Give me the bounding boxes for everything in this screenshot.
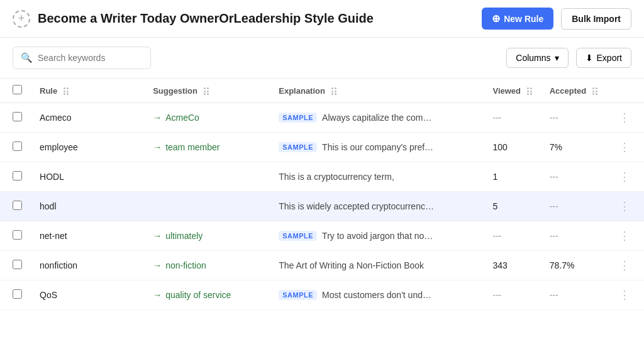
col-drag-accepted[interactable]: [592, 87, 597, 95]
viewed-cell: 1: [484, 162, 540, 192]
suggestion-cell: [144, 192, 270, 221]
row-menu-button[interactable]: ⋮: [615, 140, 635, 155]
accepted-cell: 7%: [541, 133, 606, 162]
row-menu-button[interactable]: ⋮: [615, 199, 635, 214]
chevron-down-icon: ▾: [555, 53, 559, 63]
new-rule-button[interactable]: ⊕ New Rule: [482, 8, 553, 30]
row-checkbox[interactable]: [13, 112, 22, 121]
explanation-cell: This is a cryptocurrency term,: [270, 162, 484, 192]
row-actions-cell[interactable]: ⋮: [606, 280, 644, 310]
table-row: HODLThis is a cryptocurrency term,1---⋮: [0, 162, 644, 192]
col-header-actions: [606, 79, 644, 103]
sample-badge: SAMPLE: [279, 231, 317, 241]
row-checkbox-cell[interactable]: [0, 280, 31, 310]
col-drag-explanation[interactable]: [331, 87, 336, 95]
page-title: Become a Writer Today OwnerOrLeadership …: [38, 11, 474, 26]
suggestion-text: non-fiction: [165, 260, 206, 270]
columns-button[interactable]: Columns ▾: [506, 48, 568, 68]
sample-badge: SAMPLE: [279, 113, 317, 123]
row-actions-cell[interactable]: ⋮: [606, 103, 644, 133]
explanation-text: This is a cryptocurrency term,: [279, 172, 394, 182]
table-row: hodlThis is widely accepted cryptocurren…: [0, 192, 644, 221]
header-icon: +: [13, 10, 30, 28]
suggestion-cell: →non-fiction: [144, 251, 270, 280]
row-checkbox-cell[interactable]: [0, 192, 31, 221]
rule-cell: net-net: [31, 221, 144, 251]
row-checkbox-cell[interactable]: [0, 162, 31, 192]
suggestion-text: ultimately: [165, 231, 203, 241]
suggestion-text: quality of service: [165, 290, 231, 300]
row-menu-button[interactable]: ⋮: [615, 228, 635, 243]
export-icon: ⬇: [586, 53, 593, 63]
suggestion-text: AcmeCo: [165, 113, 199, 123]
row-checkbox-cell[interactable]: [0, 251, 31, 280]
arrow-icon: →: [153, 290, 162, 300]
accepted-cell: 78.7%: [541, 251, 606, 280]
viewed-cell: ---: [484, 103, 540, 133]
accepted-cell: ---: [541, 103, 606, 133]
suggestion-cell: [144, 162, 270, 192]
explanation-cell: The Art of Writing a Non-Fiction Book: [270, 251, 484, 280]
search-input[interactable]: [38, 53, 143, 63]
viewed-cell: 5: [484, 192, 540, 221]
page-header: + Become a Writer Today OwnerOrLeadershi…: [0, 0, 644, 38]
explanation-text: This is our company's pref…: [322, 142, 433, 152]
arrow-icon: →: [153, 231, 162, 241]
row-checkbox-cell[interactable]: [0, 221, 31, 251]
sample-badge: SAMPLE: [279, 142, 317, 152]
row-checkbox-cell[interactable]: [0, 133, 31, 162]
row-actions-cell[interactable]: ⋮: [606, 162, 644, 192]
viewed-cell: ---: [484, 221, 540, 251]
row-actions-cell[interactable]: ⋮: [606, 251, 644, 280]
explanation-text: This is widely accepted cryptocurrenc…: [279, 201, 434, 211]
suggestion-cell: →team member: [144, 133, 270, 162]
rule-cell: Acmeco: [31, 103, 144, 133]
row-menu-button[interactable]: ⋮: [615, 110, 635, 125]
row-menu-button[interactable]: ⋮: [615, 169, 635, 184]
arrow-icon: →: [153, 260, 162, 270]
row-menu-button[interactable]: ⋮: [615, 287, 635, 302]
accepted-cell: ---: [541, 162, 606, 192]
table-row: employee→team memberSAMPLEThis is our co…: [0, 133, 644, 162]
select-all-checkbox[interactable]: [13, 85, 22, 94]
row-actions-cell[interactable]: ⋮: [606, 192, 644, 221]
viewed-cell: 343: [484, 251, 540, 280]
col-drag-suggestion[interactable]: [204, 87, 209, 95]
bulk-import-button[interactable]: Bulk Import: [561, 8, 631, 30]
rule-cell: nonfiction: [31, 251, 144, 280]
table-row: nonfiction→non-fictionThe Art of Writing…: [0, 251, 644, 280]
row-checkbox-cell[interactable]: [0, 103, 31, 133]
row-actions-cell[interactable]: ⋮: [606, 133, 644, 162]
table-row: Acmeco→AcmeCoSAMPLEAlways capitalize the…: [0, 103, 644, 133]
row-menu-button[interactable]: ⋮: [615, 258, 635, 273]
explanation-cell: SAMPLEThis is our company's pref…: [270, 133, 484, 162]
explanation-text: Try to avoid jargon that no…: [322, 231, 433, 241]
suggestion-cell: →AcmeCo: [144, 103, 270, 133]
plus-icon: ⊕: [492, 13, 500, 25]
suggestion-cell: →quality of service: [144, 280, 270, 310]
row-checkbox[interactable]: [13, 230, 22, 240]
row-checkbox[interactable]: [13, 201, 22, 210]
col-header-rule: Rule: [31, 79, 144, 103]
row-checkbox[interactable]: [13, 289, 22, 299]
select-all-cell[interactable]: [0, 79, 31, 103]
sample-badge: SAMPLE: [279, 290, 317, 300]
row-checkbox[interactable]: [13, 260, 22, 269]
accepted-cell: ---: [541, 280, 606, 310]
accepted-cell: ---: [541, 221, 606, 251]
row-checkbox[interactable]: [13, 171, 22, 180]
row-checkbox[interactable]: [13, 141, 22, 151]
export-button[interactable]: ⬇ Export: [576, 48, 631, 68]
col-header-accepted: Accepted: [541, 79, 606, 103]
col-header-explanation: Explanation: [270, 79, 484, 103]
col-drag-rule[interactable]: [64, 87, 69, 95]
col-drag-viewed[interactable]: [527, 87, 532, 95]
search-box[interactable]: 🔍: [13, 47, 151, 69]
viewed-cell: ---: [484, 280, 540, 310]
table-row: QoS→quality of serviceSAMPLEMost custome…: [0, 280, 644, 310]
row-actions-cell[interactable]: ⋮: [606, 221, 644, 251]
rule-cell: hodl: [31, 192, 144, 221]
col-header-suggestion: Suggestion: [144, 79, 270, 103]
explanation-cell: This is widely accepted cryptocurrenc…: [270, 192, 484, 221]
rules-table: Rule Suggestion Explanation: [0, 79, 644, 310]
